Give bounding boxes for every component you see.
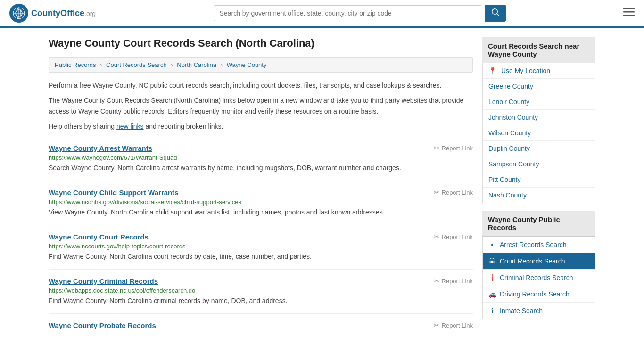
sidebar: Court Records Search near Wayne County 📍… [482,37,595,339]
driving-records-link[interactable]: 🚗 Driving Records Search [483,286,595,302]
record-description: Find Wayne County, North Carolina crimin… [49,296,473,306]
duplin-county-item[interactable]: Duplin County [483,141,595,156]
report-icon: ✂ [434,321,439,329]
record-title-link[interactable]: Wayne County Child Support Warrants [49,189,179,197]
record-title-link[interactable]: Wayne County Probate Records [49,321,156,329]
johnston-county-item[interactable]: Johnston County [483,110,595,125]
public-records-section-header: Wayne County Public Records [482,211,595,237]
record-description: Find Wayne County, North Carolina court … [49,252,473,262]
site-header: CountyOffice.org [0,0,644,28]
nav-driving-records[interactable]: 🚗 Driving Records Search [483,286,595,303]
wilson-county-item[interactable]: Wilson County [483,125,595,141]
report-icon: ✂ [434,277,439,285]
record-url: https://www.waynegov.com/671/Warrant-Squ… [49,154,473,161]
search-area [214,5,506,22]
menu-button[interactable] [623,6,635,20]
records-list: Wayne County Arrest Warrants ✂ Report Li… [49,137,473,339]
record-item: Wayne County Child Support Warrants ✂ Re… [49,181,473,225]
criminal-records-link[interactable]: ❗ Criminal Records Search [483,270,595,286]
description-para2: The Wayne County Court Records Search (N… [49,95,473,116]
record-header: Wayne County Probate Records ✂ Report Li… [49,321,473,329]
svg-rect-5 [623,8,635,9]
record-description: Search Wayne County, North Carolina arre… [49,163,473,173]
report-link[interactable]: ✂ Report Link [434,144,473,152]
court-records-link[interactable]: 🏛 Court Records Search [483,253,595,269]
breadcrumb-public-records[interactable]: Public Records [55,61,96,68]
breadcrumb: Public Records › Court Records Search › … [49,57,473,73]
breadcrumb-north-carolina[interactable]: North Carolina [177,61,216,68]
nearby-counties-list: 📍 Use My Location Greene County Lenoir C… [482,63,595,203]
report-icon: ✂ [434,144,439,152]
logo-text: CountyOffice.org [31,8,96,18]
lenoir-county-item[interactable]: Lenoir County [483,94,595,110]
report-link[interactable]: ✂ Report Link [434,233,473,240]
page-title: Wayne County Court Records Search (North… [49,37,473,49]
description-para3: Help others by sharing new links and rep… [49,121,473,132]
lenoir-county-link[interactable]: Lenoir County [483,94,595,109]
record-header: Wayne County Child Support Warrants ✂ Re… [49,189,473,197]
logo-icon [9,4,28,23]
svg-rect-6 [623,11,635,13]
criminal-icon: ❗ [488,274,496,281]
sampson-county-item[interactable]: Sampson County [483,156,595,172]
public-records-nav: ▪ Arrest Records Search 🏛 Court Records … [482,237,595,319]
search-button[interactable] [485,5,506,22]
record-item: Wayne County Criminal Records ✂ Report L… [49,270,473,314]
nav-arrest-records[interactable]: ▪ Arrest Records Search [483,237,595,253]
record-url: https://www.ncdhhs.gov/divisions/social-… [49,198,473,206]
nav-criminal-records[interactable]: ❗ Criminal Records Search [483,270,595,286]
record-description: View Wayne County, North Carolina child … [49,207,473,217]
wilson-county-link[interactable]: Wilson County [483,125,595,140]
nav-inmate-search[interactable]: ℹ Inmate Search [483,303,595,319]
sampson-county-link[interactable]: Sampson County [483,156,595,172]
pitt-county-link[interactable]: Pitt County [483,172,595,187]
pitt-county-item[interactable]: Pitt County [483,172,595,188]
record-title-link[interactable]: Wayne County Criminal Records [49,277,158,285]
record-header: Wayne County Arrest Warrants ✂ Report Li… [49,144,473,152]
new-links-link[interactable]: new links [116,123,144,130]
use-my-location-link[interactable]: 📍 Use My Location [483,63,595,78]
location-pin-icon: 📍 [488,67,496,74]
inmate-icon: ℹ [488,307,496,314]
main-container: Wayne County Court Records Search (North… [39,28,605,349]
record-item: Wayne County Probate Records ✂ Report Li… [49,314,473,339]
duplin-county-link[interactable]: Duplin County [483,141,595,156]
record-url: https://www.nccourts.gov/help-topics/cou… [49,243,473,250]
record-title-link[interactable]: Wayne County Arrest Warrants [49,144,152,152]
greene-county-link[interactable]: Greene County [483,79,595,94]
breadcrumb-wayne-county[interactable]: Wayne County [227,61,267,68]
arrest-records-link[interactable]: ▪ Arrest Records Search [483,237,595,253]
nash-county-link[interactable]: Nash County [483,188,595,203]
greene-county-item[interactable]: Greene County [483,79,595,94]
record-item: Wayne County Court Records ✂ Report Link… [49,225,473,270]
inmate-search-link[interactable]: ℹ Inmate Search [483,303,595,319]
court-icon: 🏛 [488,257,496,265]
nash-county-item[interactable]: Nash County [483,188,595,203]
nearby-section: Court Records Search near Wayne County 📍… [482,37,595,203]
report-link[interactable]: ✂ Report Link [434,321,473,329]
public-records-section: Wayne County Public Records ▪ Arrest Rec… [482,211,595,319]
svg-rect-7 [623,15,635,16]
record-url: https://webapps.doc.state.nc.us/opi/offe… [49,287,473,294]
record-title-link[interactable]: Wayne County Court Records [49,233,149,241]
johnston-county-link[interactable]: Johnston County [483,110,595,125]
record-item: Wayne County Arrest Warrants ✂ Report Li… [49,137,473,181]
record-header: Wayne County Court Records ✂ Report Link [49,233,473,241]
nearby-section-header: Court Records Search near Wayne County [482,37,595,63]
driving-icon: 🚗 [488,290,496,298]
report-link[interactable]: ✂ Report Link [434,277,473,285]
report-icon: ✂ [434,189,439,196]
arrest-icon: ▪ [488,241,496,248]
description-para1: Perform a free Wayne County, NC public c… [49,80,473,90]
report-link[interactable]: ✂ Report Link [434,189,473,196]
content-area: Wayne County Court Records Search (North… [49,37,473,339]
record-header: Wayne County Criminal Records ✂ Report L… [49,277,473,285]
description-section: Perform a free Wayne County, NC public c… [49,80,473,132]
search-input[interactable] [214,5,481,21]
breadcrumb-court-records[interactable]: Court Records Search [106,61,167,68]
nav-court-records[interactable]: 🏛 Court Records Search [483,253,595,270]
report-icon: ✂ [434,233,439,240]
logo-area: CountyOffice.org [9,4,96,23]
use-my-location-item[interactable]: 📍 Use My Location [483,63,595,79]
